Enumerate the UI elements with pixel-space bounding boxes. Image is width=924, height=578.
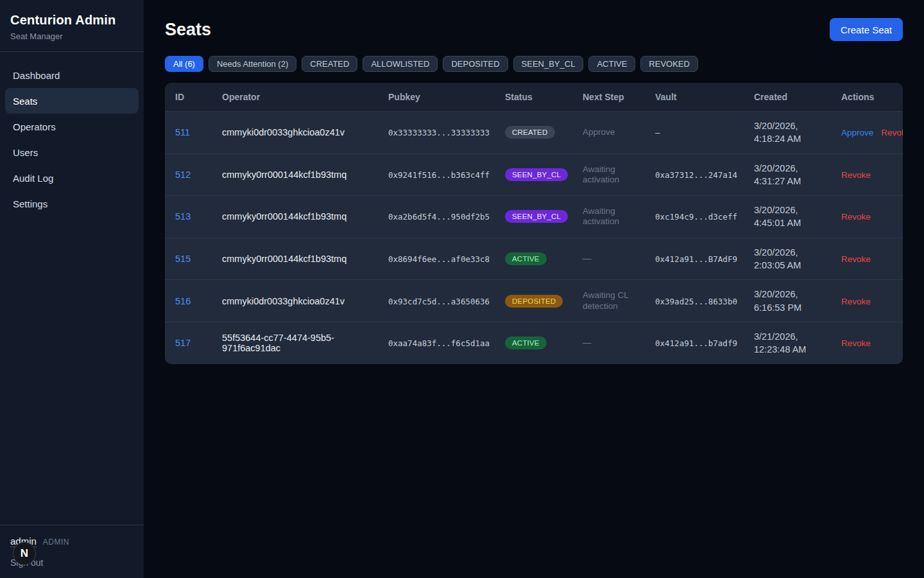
vault-value: 0x412a91...B7AdF9 — [655, 254, 737, 264]
filter-pill-created[interactable]: CREATED — [302, 56, 357, 72]
status-cell: CREATED — [495, 112, 572, 154]
main-content: Seats Create Seat All (6)Needs Attention… — [144, 0, 924, 578]
table-row: 512cmmyky0rr000144kcf1b93tmq0x9241f516..… — [165, 153, 903, 196]
next-step-text: Awaiting activation — [583, 164, 619, 184]
filter-bar: All (6)Needs Attention (2)CREATEDALLOWLI… — [165, 56, 903, 72]
filter-pill-revoked[interactable]: REVOKED — [640, 56, 698, 72]
revoke-action-link[interactable]: Revoke — [841, 338, 871, 348]
created-time: 4:18:24 AM — [754, 132, 821, 145]
seats-table-container: IDOperatorPubkeyStatusNext StepVaultCrea… — [165, 83, 903, 364]
pubkey-cell: 0xaa74a83f...f6c5d1aa — [378, 322, 495, 363]
seats-table: IDOperatorPubkeyStatusNext StepVaultCrea… — [165, 83, 903, 364]
created-cell: 3/20/2026,2:03:05 AM — [744, 238, 831, 280]
vault-cell: 0x412a91...B7AdF9 — [645, 238, 744, 280]
user-role-badge: ADMIN — [43, 538, 69, 547]
seat-id-link[interactable]: 516 — [175, 296, 191, 306]
vault-cell: 0x412a91...b7adf9 — [645, 322, 744, 363]
sidebar-item-users[interactable]: Users — [5, 139, 139, 165]
filter-pill-all-6[interactable]: All (6) — [165, 56, 203, 72]
next-step-cell: Awaiting activation — [572, 196, 645, 238]
created-date: 3/20/2026, — [754, 119, 821, 132]
sidebar-nav: DashboardSeatsOperatorsUsersAudit LogSet… — [0, 52, 144, 227]
revoke-action-link[interactable]: Revoke — [841, 170, 871, 180]
next-step-text: Awaiting activation — [583, 206, 619, 226]
status-cell: ACTIVE — [495, 322, 572, 363]
column-header-created: Created — [744, 83, 831, 112]
app-subtitle: Seat Manager — [10, 31, 133, 41]
status-badge: DEPOSITED — [505, 295, 563, 308]
next-step-text: — — [583, 254, 592, 263]
sidebar: Centurion Admin Seat Manager DashboardSe… — [0, 0, 144, 578]
pubkey-value: 0x93cd7c5d...a3650636 — [388, 297, 490, 306]
created-date: 3/20/2026, — [754, 204, 821, 216]
seat-id-cell: 511 — [165, 112, 212, 154]
status-cell: SEEN_BY_CL — [495, 196, 572, 238]
created-time: 6:16:53 PM — [754, 301, 821, 314]
revoke-action-link[interactable]: Revoke — [841, 297, 871, 306]
table-row: 511cmmyki0dr0033ghkcioa0z41v0x33333333..… — [165, 112, 903, 154]
pubkey-value: 0x8694f6ee...af0e33c8 — [388, 254, 490, 264]
column-header-actions: Actions — [831, 83, 903, 112]
pubkey-value: 0xa2b6d5f4...950df2b5 — [388, 212, 490, 222]
create-seat-button[interactable]: Create Seat — [830, 18, 903, 41]
column-header-operator: Operator — [212, 83, 378, 112]
operator-cell: 55f53644-cc77-4474-95b5-971f6ac91dac — [212, 322, 378, 363]
sidebar-item-seats[interactable]: Seats — [5, 88, 139, 114]
operator-cell: cmmyki0dr0033ghkcioa0z41v — [212, 280, 378, 322]
pubkey-value: 0xaa74a83f...f6c5d1aa — [388, 338, 490, 348]
filter-pill-deposited[interactable]: DEPOSITED — [443, 56, 508, 72]
vault-value: 0xc194c9...d3ceff — [655, 212, 737, 222]
seat-id-link[interactable]: 513 — [175, 211, 191, 222]
vault-cell: 0x39ad25...8633b0 — [645, 280, 744, 322]
approve-action-link[interactable]: Approve — [841, 128, 873, 137]
pubkey-cell: 0xa2b6d5f4...950df2b5 — [378, 196, 495, 238]
created-cell: 3/20/2026,4:31:27 AM — [744, 153, 831, 196]
vault-value: 0x39ad25...8633b0 — [655, 297, 737, 306]
seat-id-link[interactable]: 517 — [175, 338, 191, 348]
next-step-cell: Awaiting activation — [572, 153, 645, 196]
sidebar-item-audit-log[interactable]: Audit Log — [5, 165, 139, 191]
actions-cell: Revoke — [831, 238, 903, 280]
created-cell: 3/20/2026,4:45:01 AM — [744, 196, 831, 238]
column-header-next-step: Next Step — [572, 83, 645, 112]
operator-name: cmmyki0dr0033ghkcioa0z41v — [222, 127, 345, 137]
pubkey-value: 0x9241f516...b363c4ff — [388, 170, 490, 180]
next-step-cell: — — [572, 322, 645, 363]
seat-id-link[interactable]: 515 — [175, 254, 191, 264]
sidebar-item-dashboard[interactable]: Dashboard — [5, 62, 139, 88]
revoke-action-link[interactable]: Revoke — [841, 254, 871, 264]
seat-id-cell: 512 — [165, 153, 212, 196]
created-date: 3/20/2026, — [754, 162, 821, 175]
next-step-text: Awaiting CL detection — [583, 290, 628, 310]
pubkey-cell: 0x8694f6ee...af0e33c8 — [378, 238, 495, 280]
operator-cell: cmmyky0rr000144kcf1b93tmq — [212, 153, 378, 196]
table-row: 515cmmyky0rr000144kcf1b93tmq0x8694f6ee..… — [165, 238, 903, 280]
sidebar-item-operators[interactable]: Operators — [5, 114, 139, 139]
pubkey-value: 0x33333333...33333333 — [388, 128, 490, 137]
pubkey-cell: 0x93cd7c5d...a3650636 — [378, 280, 495, 322]
created-date: 3/21/2026, — [754, 330, 821, 343]
filter-pill-active[interactable]: ACTIVE — [588, 56, 635, 72]
vault-cell: – — [645, 112, 744, 154]
seat-id-cell: 515 — [165, 238, 212, 280]
filter-pill-seen-by-cl[interactable]: SEEN_BY_CL — [513, 56, 584, 72]
created-date: 3/20/2026, — [754, 246, 821, 259]
created-time: 4:45:01 AM — [754, 216, 821, 229]
next-step-cell: Awaiting CL detection — [572, 280, 645, 322]
revoke-action-link[interactable]: Revoke — [841, 212, 871, 222]
page-title: Seats — [165, 20, 211, 40]
seat-id-link[interactable]: 512 — [175, 170, 191, 180]
revoke-action-link[interactable]: Revoke — [881, 128, 903, 137]
column-header-vault: Vault — [645, 83, 744, 112]
seat-id-link[interactable]: 511 — [175, 127, 190, 137]
status-cell: DEPOSITED — [495, 280, 572, 322]
filter-pill-needs-attention-2[interactable]: Needs Attention (2) — [209, 56, 296, 72]
operator-name: cmmyky0rr000144kcf1b93tmq — [222, 254, 346, 264]
filter-pill-allowlisted[interactable]: ALLOWLISTED — [363, 56, 438, 72]
column-header-pubkey: Pubkey — [378, 83, 495, 112]
created-date: 3/20/2026, — [754, 288, 821, 301]
actions-cell: ApproveRevoke — [831, 112, 903, 154]
vault-value: – — [655, 128, 660, 137]
pubkey-cell: 0x33333333...33333333 — [378, 112, 495, 154]
sidebar-item-settings[interactable]: Settings — [5, 191, 139, 216]
